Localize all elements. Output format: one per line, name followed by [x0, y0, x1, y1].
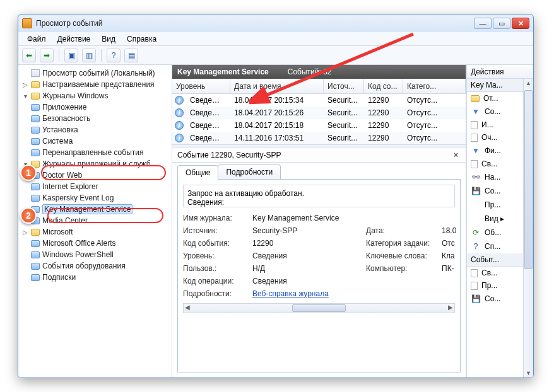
- event-message: Запрос на активацию обработан. Сведения:: [183, 185, 455, 207]
- event-row[interactable]: iСведения 18.04.2017 20:15:26Securit...1…: [172, 107, 466, 119]
- menu-action[interactable]: Действие: [52, 33, 96, 45]
- toolbar-btn-2[interactable]: ▥: [82, 49, 96, 62]
- info-icon: i: [175, 96, 184, 105]
- titlebar[interactable]: Просмотр событий: [18, 14, 533, 32]
- save-icon: 💾: [471, 186, 481, 196]
- tree-hardware[interactable]: События оборудования: [42, 262, 126, 270]
- action-label: Со...: [485, 187, 500, 195]
- event-row[interactable]: iСведения 18.04.2017 20:15:18Securit...1…: [172, 119, 466, 132]
- tree-security[interactable]: Безопасность: [42, 114, 91, 123]
- action-label: От...: [483, 94, 498, 103]
- page-icon: [471, 282, 478, 290]
- col-level[interactable]: Уровень: [172, 79, 230, 93]
- annotation-badge-1: 1: [20, 164, 37, 181]
- action-label: Об...: [485, 228, 501, 237]
- action-label: И...: [481, 120, 493, 129]
- funnel-icon: ▼: [471, 146, 481, 156]
- menu-file[interactable]: Файл: [22, 33, 51, 45]
- funnel-icon: ▼: [471, 107, 481, 117]
- col-category[interactable]: Катего...: [403, 79, 466, 93]
- page-icon: [471, 134, 478, 142]
- detail-tabs: Общие Подробности: [172, 163, 466, 179]
- action-label: На...: [485, 173, 500, 182]
- tree-setup[interactable]: Установка: [42, 125, 78, 134]
- tree-custom-views[interactable]: Настраиваемые представления: [42, 80, 155, 89]
- action-label: Со...: [485, 107, 500, 116]
- toolbar-btn-3[interactable]: ▤: [124, 49, 138, 62]
- action-label: Св...: [481, 159, 497, 168]
- detail-close-button[interactable]: ×: [451, 151, 461, 159]
- blank-icon: [471, 214, 481, 224]
- window-title: Просмотр событий: [36, 19, 102, 28]
- app-icon: [22, 18, 32, 28]
- tree-kms[interactable]: Key Management Service: [42, 204, 133, 214]
- actions-title: Действия: [467, 65, 533, 79]
- bino-icon: 👓: [471, 172, 481, 182]
- maximize-button[interactable]: [493, 18, 510, 29]
- navigation-tree[interactable]: Просмотр событий (Локальный) ▷Настраивае…: [18, 65, 172, 378]
- tree-microsoft[interactable]: Microsoft: [42, 228, 73, 236]
- menu-view[interactable]: Вид: [97, 33, 121, 45]
- event-viewer-window: Просмотр событий Файл Действие Вид Справ…: [18, 14, 534, 378]
- col-id[interactable]: Код со...: [364, 79, 403, 93]
- tree-system[interactable]: Система: [42, 137, 73, 146]
- info-icon: i: [175, 108, 184, 117]
- action-label: Пр...: [481, 281, 497, 290]
- horizontal-scrollbar[interactable]: [183, 303, 455, 313]
- annotation-badge-2: 2: [20, 207, 37, 224]
- tree-media[interactable]: Media Center: [42, 216, 88, 225]
- tree-root[interactable]: Просмотр событий (Локальный): [42, 69, 155, 78]
- event-list[interactable]: iСведения 18.04.2017 20:15:34Securit...1…: [172, 94, 466, 144]
- tree-drweb[interactable]: Doctor Web: [42, 171, 82, 180]
- tree-forwarded[interactable]: Перенаправленные события: [42, 148, 143, 157]
- page-icon: [471, 269, 478, 277]
- tab-general[interactable]: Общие: [177, 165, 218, 180]
- event-row[interactable]: iСведения 18.04.2017 20:15:34Securit...1…: [172, 94, 466, 107]
- minimize-button[interactable]: [474, 18, 492, 29]
- help-button[interactable]: ?: [107, 49, 121, 62]
- tree-kaspersky[interactable]: Kaspersky Event Log: [42, 193, 114, 202]
- menu-help[interactable]: Справка: [122, 33, 162, 45]
- col-datetime[interactable]: Дата и время: [230, 79, 324, 93]
- close-button[interactable]: [512, 18, 529, 29]
- log-name: Key Management Service: [177, 67, 269, 76]
- tree-subscriptions[interactable]: Подписки: [42, 273, 76, 282]
- blank-icon: [471, 200, 481, 210]
- toolbar: ⬅ ➡ ▣ ▥ ? ▤: [18, 46, 533, 65]
- web-help-link[interactable]: Веб-справка журнала: [252, 289, 329, 298]
- action-label: Св...: [481, 268, 497, 277]
- event-row[interactable]: iСведения 14.11.2016 17:03:51Securit...1…: [172, 132, 466, 144]
- forward-button[interactable]: ➡: [40, 49, 54, 62]
- action-label: Фи...: [485, 146, 501, 155]
- tree-ie[interactable]: Internet Explorer: [42, 182, 98, 191]
- back-button[interactable]: ⬅: [22, 49, 36, 62]
- event-list-header: Уровень Дата и время Источ... Код со... …: [172, 79, 466, 94]
- log-header: Key Management Service Событий: 32: [172, 65, 466, 79]
- actions-pane: Действия Key Ma...▴ От...▼Со...И...Оч...…: [466, 65, 533, 378]
- info-icon: i: [175, 121, 184, 130]
- toolbar-btn-1[interactable]: ▣: [64, 49, 78, 62]
- menubar: Файл Действие Вид Справка: [18, 32, 533, 46]
- page-icon: [471, 121, 478, 129]
- actions-scrollbar[interactable]: [523, 79, 533, 378]
- main-content: Key Management Service Событий: 32 Урове…: [172, 65, 466, 378]
- tab-details[interactable]: Подробности: [218, 164, 281, 179]
- action-label: Пр...: [485, 200, 500, 209]
- tree-mso-alerts[interactable]: Microsoft Office Alerts: [42, 239, 115, 248]
- col-source[interactable]: Источ...: [324, 79, 364, 93]
- action-label: Оч...: [481, 133, 498, 142]
- action-label: Вид ▸: [485, 214, 504, 223]
- save-icon: 💾: [471, 294, 481, 304]
- actions-list: Key Ma...▴ От...▼Со...И...Оч...▼Фи...Св.…: [467, 79, 533, 378]
- action-label: Сп...: [485, 242, 500, 251]
- tree-powershell[interactable]: Windows PowerShell: [42, 250, 114, 259]
- tree-windows-logs[interactable]: Журналы Windows: [42, 91, 108, 100]
- detail-title: Событие 12290, Security-SPP: [177, 151, 281, 159]
- q-icon: ?: [471, 241, 481, 251]
- log-count: Событий: 32: [288, 67, 332, 76]
- tree-application[interactable]: Приложение: [42, 103, 86, 112]
- info-icon: i: [175, 134, 184, 142]
- tree-app-service-logs[interactable]: Журналы приложений и служб: [42, 159, 151, 168]
- detail-body: Запрос на активацию обработан. Сведения:…: [177, 179, 461, 372]
- folder-icon: [471, 95, 480, 102]
